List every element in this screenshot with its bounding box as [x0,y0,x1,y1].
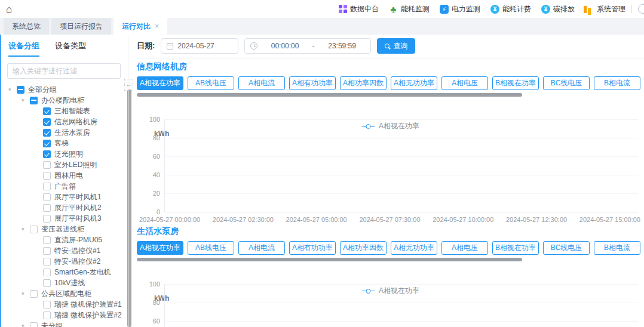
tree-checkbox[interactable] [43,161,51,169]
tree-row[interactable]: 展厅平时风机1 [7,192,125,202]
tree-checkbox[interactable] [17,86,24,94]
tree-checkbox[interactable] [43,107,51,115]
tree-checkbox[interactable] [43,140,51,147]
tree-checkbox[interactable] [43,301,51,309]
metric-button[interactable]: A相视在功率 [137,241,183,255]
metric-button[interactable]: A相无功功率 [391,76,437,90]
tree-checkbox[interactable] [30,97,38,104]
metric-button[interactable]: A相电压 [441,76,488,90]
tree-row[interactable]: 三相智能表 [7,106,125,116]
metric-button[interactable]: A相电流 [238,76,285,90]
tree-node-label: 特安-温控仪#1 [54,246,100,256]
metric-button[interactable]: A相视在功率 [137,76,183,90]
tree-row[interactable]: 办公楼配电柜 [7,95,125,106]
page-tab[interactable]: 系统总览 [4,18,49,35]
tree-checkbox[interactable] [43,215,51,223]
tree-row[interactable]: 室外LED照明 [7,159,125,170]
horizontal-scrollbar[interactable] [137,93,644,97]
horizontal-scrollbar[interactable] [137,258,644,261]
tree-row[interactable]: 变压器进线柜 [7,224,125,235]
tree-checkbox[interactable] [43,204,51,212]
expand-arrow-icon[interactable] [22,97,30,103]
tree-filter-input[interactable] [7,63,121,79]
metric-button[interactable]: A相电流 [238,241,285,255]
tree-checkbox[interactable] [43,247,51,255]
home-icon[interactable] [6,4,12,14]
date-label: 日期: [137,41,155,51]
expand-arrow-icon[interactable] [8,87,17,92]
tree-row[interactable]: 信息网络机房 [7,116,125,127]
tree-row[interactable]: 瑞捷 微机保护装置#1 [7,299,125,310]
tree-row[interactable]: 直流屏-PMU05 [7,235,125,245]
metric-button[interactable]: B相视在功率 [492,241,539,255]
metric-button[interactable]: BC线电压 [543,241,590,255]
tree-row[interactable]: 10kV进线 [7,277,125,288]
tree-checkbox[interactable] [30,226,38,233]
expand-arrow-icon[interactable] [22,323,30,327]
tree-row[interactable]: 客梯 [7,138,125,149]
expand-arrow-icon[interactable] [22,226,30,232]
tree-row[interactable]: 全部分组 [7,84,125,95]
tree-row[interactable]: 特安-温控仪#2 [7,256,125,267]
tree-row[interactable]: 泛光照明 [7,149,125,159]
sidebar-tab[interactable]: 设备类型 [55,41,86,57]
horizontal-scrollbar-thumb[interactable] [137,258,522,261]
tree-checkbox[interactable] [43,258,51,266]
tree-row[interactable]: 广告箱 [7,181,125,192]
date-picker[interactable]: 2024-05-27 [161,38,238,54]
tree-row[interactable]: SmartGen-发电机 [7,267,125,277]
tree-checkbox[interactable] [43,150,51,158]
tree-checkbox[interactable] [43,236,51,244]
date-value: 2024-05-27 [177,42,214,50]
metric-button[interactable]: AB线电压 [188,76,234,90]
tree-node-label: 变压器进线柜 [41,224,84,235]
tree-row[interactable]: 公共区域配电柜 [7,288,125,299]
horizontal-scrollbar-thumb[interactable] [137,93,522,97]
page-tab[interactable]: 运行对比 [114,18,167,35]
tree-checkbox[interactable] [43,193,51,201]
tree-row[interactable]: 生活水泵房 [7,127,125,138]
tree-checkbox[interactable] [43,279,51,287]
tree-checkbox[interactable] [30,290,38,298]
top-menu-item[interactable]: 电力监测 [440,4,480,14]
tree-checkbox[interactable] [43,129,51,137]
tree-checkbox[interactable] [43,118,51,126]
metric-button[interactable]: A相电压 [441,241,488,255]
tree-checkbox[interactable] [43,311,51,319]
expand-arrow-icon[interactable] [22,291,30,297]
query-button[interactable]: 查询 [377,38,415,54]
user-avatar[interactable] [638,4,644,14]
tree-row[interactable]: 园林用电 [7,170,125,181]
y-tick-label: 60 [137,317,160,325]
top-menu-item[interactable]: 系统管理 [585,4,625,14]
metric-button[interactable]: A相无功功率 [391,241,437,255]
metric-button[interactable]: AB线电压 [188,241,234,255]
top-menu-item[interactable]: 能耗计费 [490,4,531,14]
metric-button[interactable]: A相有功功率 [289,241,336,255]
tree-row[interactable]: 展厅平时风机3 [7,213,125,224]
metric-button[interactable]: B相电流 [594,76,640,90]
metric-button[interactable]: B相电流 [594,241,640,255]
top-menu-item[interactable]: 能耗监测 [389,4,430,14]
tree-checkbox[interactable] [30,322,38,327]
metric-button[interactable]: A相功率因数 [340,76,387,90]
metric-button[interactable]: A相功率因数 [340,241,387,255]
time-range-picker[interactable]: 00:00:00 - 23:59:59 [244,38,371,54]
metric-button[interactable]: B相视在功率 [492,76,539,90]
tree-row[interactable]: 瑞捷 微机保护装置#2 [7,310,125,320]
tree-checkbox[interactable] [43,183,51,190]
top-menu-item[interactable]: 碳排放 [541,4,575,14]
tree-row[interactable]: 未分组 [7,320,125,327]
tree-row[interactable]: 展厅平时风机2 [7,202,125,213]
top-menu-item[interactable]: 数据中台 [338,4,379,14]
tree-row[interactable]: 特安-温控仪#1 [7,245,125,256]
page-tab[interactable]: 项目运行报告 [51,18,111,35]
metric-button[interactable]: A相有功功率 [289,76,336,90]
sidebar-tab[interactable]: 设备分组 [8,41,39,57]
time-start-value[interactable]: 00:00:00 [262,42,308,50]
metric-button[interactable]: BC线电压 [543,76,590,90]
tab-close-icon[interactable] [155,22,159,30]
tree-checkbox[interactable] [43,172,51,180]
tree-checkbox[interactable] [43,269,51,276]
time-end-value[interactable]: 23:59:59 [319,42,366,50]
